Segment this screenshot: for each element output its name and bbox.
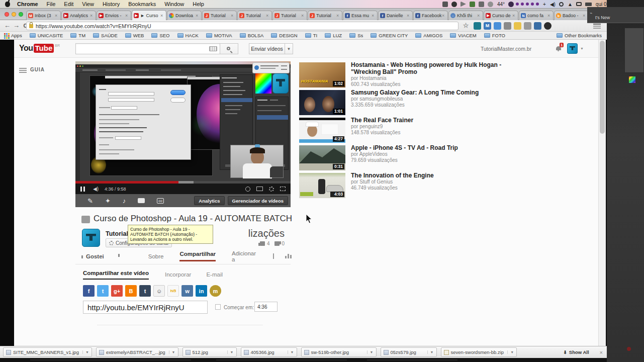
browser-tab[interactable]: fFacebook×: [413, 11, 448, 20]
browser-tab[interactable]: MInbox (3×: [26, 11, 61, 20]
like-button[interactable]: Gostei: [86, 253, 104, 259]
tab-close-icon[interactable]: ×: [336, 14, 340, 18]
show-all-downloads-button[interactable]: ⬇Show All: [561, 347, 591, 357]
related-item[interactable]: HOSTAMANIA 1:02 Hostamania - Web Hosting…: [299, 61, 505, 87]
extension-lasso-icon[interactable]: [504, 22, 511, 30]
key-icon[interactable]: [488, 2, 493, 7]
extension-m-icon[interactable]: M: [484, 22, 491, 30]
shield-icon[interactable]: [451, 2, 457, 7]
apps-shortcut[interactable]: Apps: [4, 33, 22, 38]
moon-icon[interactable]: [508, 2, 514, 7]
related-channel[interactable]: por penguinz9: [351, 124, 502, 130]
tab-close-icon[interactable]: ×: [160, 14, 164, 18]
embed-tab[interactable]: Incorporar: [165, 272, 191, 278]
download-item[interactable]: 512.jpg▼: [182, 347, 237, 357]
back-button[interactable]: ←: [3, 22, 12, 30]
start-at-input[interactable]: [254, 302, 278, 312]
keyboard-icon[interactable]: [209, 46, 217, 51]
extension-icon[interactable]: [494, 22, 501, 30]
tab-close-icon[interactable]: ×: [55, 14, 59, 18]
zoom-window-button[interactable]: [19, 12, 23, 17]
video-icon[interactable]: [442, 2, 448, 7]
browser-tab[interactable]: ▶Curso de×: [484, 11, 518, 20]
download-caret-icon[interactable]: ▼: [227, 350, 234, 354]
share-video-tab[interactable]: Compartilhar este vídeo: [83, 270, 149, 280]
browser-tab[interactable]: JTutorial×: [202, 11, 237, 20]
edit-pencil-icon[interactable]: ✎: [87, 197, 93, 205]
video-manager-button[interactable]: Gerenciador de vídeos: [228, 196, 288, 205]
menu-help[interactable]: Help: [193, 1, 204, 7]
blogger-share-icon[interactable]: B: [125, 285, 137, 297]
annotations-icon[interactable]: [138, 198, 145, 203]
extension-icon[interactable]: [474, 22, 481, 30]
download-item[interactable]: extremelyABSTRACT_...jpg▼: [96, 347, 178, 357]
download-item[interactable]: 405366.jpg▼: [241, 347, 297, 357]
related-thumbnail[interactable]: 4:27: [299, 118, 345, 143]
tab-close-icon[interactable]: ×: [477, 14, 481, 18]
menu-history[interactable]: History: [103, 1, 120, 7]
tab-share[interactable]: Compartilhar: [179, 251, 216, 261]
linkedin-share-icon[interactable]: in: [196, 285, 207, 297]
upload-caret-button[interactable]: ▼: [285, 43, 293, 54]
bookmark-folder[interactable]: MOTIVA: [206, 33, 232, 38]
related-thumbnail[interactable]: 0:31: [299, 145, 345, 170]
guide-toggle-icon[interactable]: [19, 68, 27, 69]
tab-close-icon[interactable]: ×: [90, 14, 94, 18]
youtube-logo[interactable]: YouTubeBR: [19, 44, 60, 53]
tab-close-icon[interactable]: ×: [266, 14, 270, 18]
download-item[interactable]: seven-swordsmen-bb.zip▼: [441, 347, 517, 357]
related-title[interactable]: Samsung Galaxy Gear: A Long Time Coming: [351, 89, 502, 96]
leaf-icon[interactable]: [470, 2, 475, 7]
bookmark-star-icon[interactable]: ☆: [462, 22, 470, 30]
bookmark-folder[interactable]: SAÚDE: [93, 33, 118, 38]
share-url-input[interactable]: [83, 301, 208, 314]
related-item[interactable]: 0:31 Apple - iPhone 4S - TV Ad - Road Tr…: [299, 144, 505, 170]
bookmark-folder[interactable]: SEO: [151, 33, 169, 38]
volume-icon[interactable]: ◀): [550, 2, 556, 7]
related-thumbnail[interactable]: 4:03: [299, 173, 345, 198]
menu-chrome[interactable]: Chrome: [17, 1, 38, 7]
related-thumbnail[interactable]: HOSTAMANIA 1:02: [299, 62, 345, 87]
hi5-share-icon[interactable]: hi5: [167, 285, 179, 297]
browser-tab[interactable]: Ncomo fa×: [519, 11, 554, 20]
tab-close-icon[interactable]: ×: [372, 14, 376, 18]
browser-tab[interactable]: ◦Khối thi×: [448, 11, 483, 20]
browser-tab[interactable]: fEssa mu×: [343, 11, 378, 20]
tab-close-icon[interactable]: ×: [512, 14, 516, 18]
related-item[interactable]: 4:03 The Innovation of the Engine por St…: [299, 172, 505, 198]
related-thumbnail[interactable]: 1:01: [299, 90, 345, 115]
start-at-checkbox[interactable]: [215, 304, 221, 310]
bookmark-folder[interactable]: AMIGOS: [415, 33, 442, 38]
analytics-button[interactable]: Analytics: [194, 196, 224, 205]
tab-close-icon[interactable]: ×: [442, 14, 446, 18]
tab-close-icon[interactable]: ×: [125, 14, 129, 18]
clock-icon[interactable]: [559, 2, 564, 7]
download-item[interactable]: SITE_MMC_BANNERS_v1.jpg▼: [3, 347, 92, 357]
download-item[interactable]: sw-519b-other.jpg▼: [301, 347, 377, 357]
settings-gear-icon[interactable]: [269, 187, 274, 192]
bookmark-folder[interactable]: TM: [70, 33, 85, 38]
email-tab[interactable]: E-mail: [206, 272, 223, 278]
related-title[interactable]: The Real Face Trainer: [351, 117, 502, 124]
account-avatar[interactable]: [567, 43, 578, 54]
url-text[interactable]: https://www.youtube.com/watch?v=EMYIrRjR…: [36, 23, 151, 29]
search-button[interactable]: [220, 43, 238, 54]
bookmark-folder[interactable]: HACK: [177, 33, 199, 38]
browser-tab[interactable]: bBadoo -×: [554, 11, 589, 20]
related-title[interactable]: The Innovation of the Engine: [351, 172, 502, 179]
download-caret-icon[interactable]: ▼: [507, 350, 514, 354]
bookmark-folder[interactable]: GREEN CITY: [371, 33, 408, 38]
watch-later-icon[interactable]: [245, 187, 250, 192]
extension-mail-icon[interactable]: [514, 22, 521, 30]
related-title[interactable]: Apple - iPhone 4S - TV Ad - Road Trip: [351, 144, 502, 151]
extension-icon[interactable]: [544, 22, 551, 30]
close-window-button[interactable]: [5, 12, 9, 17]
close-downloads-icon[interactable]: ×: [600, 349, 603, 355]
bookmark-folder[interactable]: VIACEM: [450, 33, 476, 38]
tab-close-icon[interactable]: ×: [231, 14, 235, 18]
related-channel[interactable]: por Stuff of Genius: [351, 179, 502, 185]
tumblr-share-icon[interactable]: t: [139, 285, 151, 297]
clipboard-icon[interactable]: [479, 2, 484, 7]
download-caret-icon[interactable]: ▼: [427, 350, 434, 354]
bookmark-folder[interactable]: UNICASITE: [30, 33, 63, 38]
